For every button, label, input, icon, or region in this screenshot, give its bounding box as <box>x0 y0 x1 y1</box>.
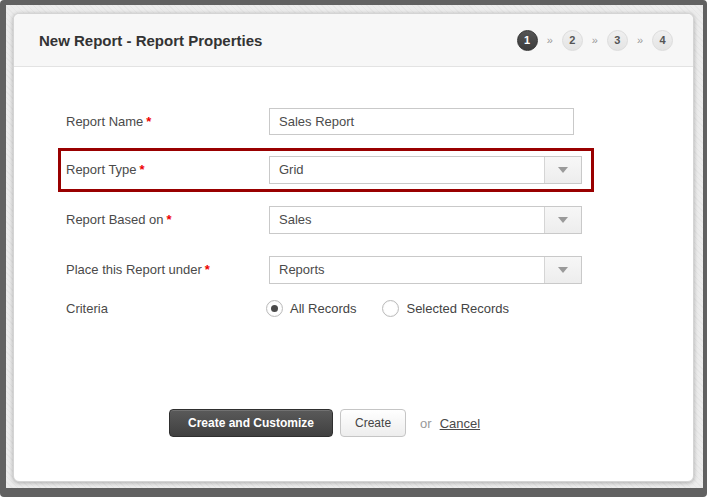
report-based-on-dropdown-button[interactable] <box>544 207 581 233</box>
wizard-steps: 1 » 2 » 3 » 4 <box>517 30 673 51</box>
new-report-dialog: New Report - Report Properties 1 » 2 » 3… <box>13 13 694 482</box>
report-type-selected-value: Grid <box>270 157 544 183</box>
dialog-header: New Report - Report Properties 1 » 2 » 3… <box>14 14 693 67</box>
required-asterisk: * <box>140 162 145 177</box>
report-based-on-label: Report Based on* <box>66 206 172 233</box>
dialog-title: New Report - Report Properties <box>39 32 262 49</box>
step-indicator-4[interactable]: 4 <box>652 30 673 51</box>
all-records-radio-label[interactable]: All Records <box>290 301 356 316</box>
cancel-link[interactable]: Cancel <box>440 416 480 431</box>
required-asterisk: * <box>205 262 210 277</box>
selected-records-radio-label[interactable]: Selected Records <box>406 301 509 316</box>
or-text: or <box>420 416 432 431</box>
selected-records-radio[interactable] <box>382 300 399 317</box>
criteria-label: Criteria <box>66 300 108 318</box>
step-separator-icon: » <box>637 34 643 46</box>
required-asterisk: * <box>167 212 172 227</box>
chevron-down-icon <box>558 167 568 173</box>
step-indicator-3[interactable]: 3 <box>607 30 628 51</box>
report-name-label: Report Name* <box>66 108 151 135</box>
place-report-under-select[interactable]: Reports <box>269 256 582 284</box>
report-based-on-selected-value: Sales <box>270 207 544 233</box>
place-report-under-dropdown-button[interactable] <box>544 257 581 283</box>
report-type-dropdown-button[interactable] <box>544 157 581 183</box>
criteria-radio-group: All Records Selected Records <box>266 300 535 317</box>
report-properties-form: Report Name* Report Type* Grid Re <box>14 67 693 481</box>
report-type-label: Report Type* <box>66 156 145 183</box>
step-indicator-1[interactable]: 1 <box>517 30 538 51</box>
dialog-backdrop: New Report - Report Properties 1 » 2 » 3… <box>6 5 703 488</box>
chevron-down-icon <box>558 267 568 273</box>
report-name-input[interactable] <box>269 108 574 135</box>
place-report-under-selected-value: Reports <box>270 257 544 283</box>
chevron-down-icon <box>558 217 568 223</box>
create-button[interactable]: Create <box>340 409 406 437</box>
create-and-customize-button[interactable]: Create and Customize <box>169 409 333 437</box>
report-type-select[interactable]: Grid <box>269 156 582 184</box>
window-frame: New Report - Report Properties 1 » 2 » 3… <box>0 0 707 497</box>
step-indicator-2[interactable]: 2 <box>562 30 583 51</box>
report-based-on-select[interactable]: Sales <box>269 206 582 234</box>
step-separator-icon: » <box>592 34 598 46</box>
dialog-actions: Create and Customize Create or Cancel <box>169 409 480 437</box>
place-report-under-label: Place this Report under* <box>66 256 210 283</box>
all-records-radio[interactable] <box>266 300 283 317</box>
radio-dot <box>271 305 278 312</box>
required-asterisk: * <box>146 114 151 129</box>
step-separator-icon: » <box>547 34 553 46</box>
